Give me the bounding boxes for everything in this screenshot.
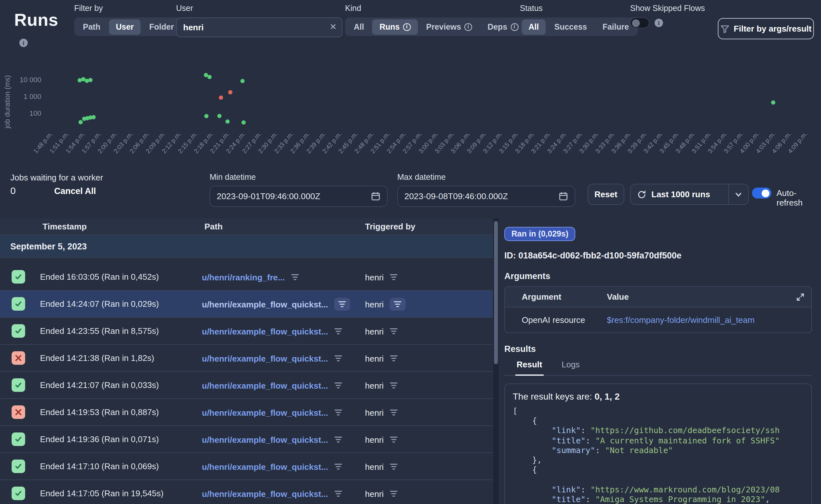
run-id: ID: 018a654c-d062-fbb2-d100-59fa70df500e xyxy=(504,251,812,260)
run-triggered-by: henri xyxy=(365,408,384,417)
run-dot-failure[interactable] xyxy=(228,90,232,94)
filter-by-user-icon[interactable] xyxy=(389,327,398,335)
filter-by-user-icon[interactable] xyxy=(389,273,398,281)
filter-by-option-folder[interactable]: Folder xyxy=(142,19,181,34)
clear-icon[interactable]: ✕ xyxy=(329,22,337,32)
filter-by-user-icon[interactable] xyxy=(389,298,405,311)
chevron-down-icon[interactable] xyxy=(729,190,748,198)
table-row[interactable]: Ended 14:21:38 (Ran in 1,82s)u/henri/exa… xyxy=(0,345,493,372)
run-timestamp: Ended 16:03:05 (Ran in 0,452s) xyxy=(40,272,159,282)
result-intro: The result keys are: 0, 1, 2 xyxy=(513,391,804,402)
filter-by-path-icon[interactable] xyxy=(334,490,342,498)
kind-option-previews[interactable]: Previewsi xyxy=(419,19,479,34)
run-path-link[interactable]: u/henri/example_flow_quickst... xyxy=(202,435,328,444)
run-path-link[interactable]: u/henri/example_flow_quickst... xyxy=(202,408,328,417)
filter-by-user-icon[interactable] xyxy=(389,354,398,362)
expand-icon[interactable] xyxy=(796,292,805,301)
status-option-all[interactable]: All xyxy=(522,19,546,34)
run-dot-success[interactable] xyxy=(240,79,244,83)
filter-by-path-icon[interactable] xyxy=(334,327,342,335)
run-dot-success[interactable] xyxy=(85,79,89,83)
filter-by-path-icon[interactable] xyxy=(334,382,342,389)
status-option-success[interactable]: Success xyxy=(547,19,594,34)
status-option-label: Success xyxy=(554,22,587,31)
table-scrollbar-thumb[interactable] xyxy=(494,221,498,364)
info-icon[interactable]: i xyxy=(464,23,472,31)
filter-by-user-icon[interactable] xyxy=(389,490,398,498)
table-scrollbar[interactable] xyxy=(494,218,499,504)
refresh-icon xyxy=(637,190,646,199)
table-row[interactable]: Ended 14:19:36 (Ran in 0,071s)u/henri/ex… xyxy=(0,426,493,453)
filter-by-path-icon[interactable] xyxy=(290,273,299,281)
runs-info-icon[interactable]: i xyxy=(19,39,28,47)
run-dot-success[interactable] xyxy=(92,115,96,119)
table-row[interactable]: Ended 14:23:55 (Ran in 8,575s)u/henri/ex… xyxy=(0,318,493,345)
filter-by-args-button[interactable]: Filter by args/result xyxy=(718,18,814,39)
table-row[interactable]: Ended 14:17:05 (Ran in 19,545s)u/henri/e… xyxy=(0,480,493,504)
info-icon[interactable]: i xyxy=(511,23,518,31)
run-dot-success[interactable] xyxy=(217,114,221,118)
filter-by-option-path[interactable]: Path xyxy=(76,19,107,34)
table-row[interactable]: Ended 14:24:07 (Ran in 0,029s)u/henri/ex… xyxy=(0,291,493,318)
show-skipped-info-icon[interactable]: i xyxy=(655,19,663,27)
filter-by-path-icon[interactable] xyxy=(334,409,342,416)
table-row[interactable]: Ended 14:17:10 (Ran in 0,069s)u/henri/ex… xyxy=(0,453,493,480)
status-segment: AllSuccessFailure xyxy=(520,17,638,36)
run-dot-success[interactable] xyxy=(88,78,93,82)
filter-by-path-icon[interactable] xyxy=(334,436,342,443)
kind-option-label: Previews xyxy=(426,22,461,31)
max-datetime-input[interactable]: 2023-09-08T09:46:00.000Z xyxy=(397,186,575,207)
calendar-icon[interactable] xyxy=(559,191,568,201)
filter-by-user-icon[interactable] xyxy=(389,463,398,470)
run-path-link[interactable]: u/henri/example_flow_quickst... xyxy=(202,299,328,309)
run-path-link[interactable]: u/henri/example_flow_quickst... xyxy=(202,489,328,499)
min-datetime-input[interactable]: 2023-09-01T09:46:00.000Z xyxy=(210,186,387,207)
run-timestamp: Ended 14:21:07 (Ran in 0,033s) xyxy=(40,380,159,390)
calendar-icon[interactable] xyxy=(371,191,380,201)
run-path-link[interactable]: u/henri/ranking_fre... xyxy=(202,272,285,282)
filter-by-path-icon[interactable] xyxy=(334,298,350,311)
run-dot-success[interactable] xyxy=(204,73,208,77)
auto-refresh-toggle[interactable] xyxy=(752,188,771,199)
info-icon[interactable]: i xyxy=(403,23,410,31)
run-path-link[interactable]: u/henri/example_flow_quickst... xyxy=(202,354,328,363)
run-detail-panel: Ran in (0,029s) ID: 018a654c-d062-fbb2-d… xyxy=(504,218,812,504)
table-row[interactable]: Ended 16:03:05 (Ran in 0,452s)u/henri/ra… xyxy=(0,264,493,291)
arguments-table: Argument Value OpenAI resource $res:f/co… xyxy=(504,286,812,333)
table-row[interactable]: Ended 14:19:53 (Ran in 0,887s)u/henri/ex… xyxy=(0,399,493,426)
run-dot-success[interactable] xyxy=(225,119,230,123)
table-row[interactable]: Ended 14:21:07 (Ran in 0,033s)u/henri/ex… xyxy=(0,372,493,399)
run-dot-success[interactable] xyxy=(204,114,208,118)
run-dot-success[interactable] xyxy=(78,120,83,124)
last-runs-select[interactable]: Last 1000 runs xyxy=(630,184,749,205)
min-datetime-value: 2023-09-01T09:46:00.000Z xyxy=(217,191,320,201)
max-datetime-value: 2023-09-08T09:46:00.000Z xyxy=(404,191,508,201)
filter-by-user-icon[interactable] xyxy=(389,436,398,443)
run-dot-success[interactable] xyxy=(207,75,211,79)
filter-by-user-icon[interactable] xyxy=(389,382,398,389)
argument-value-link[interactable]: $res:f/company-folder/windmill_ai_team xyxy=(607,315,811,325)
run-path-link[interactable]: u/henri/example_flow_quickst... xyxy=(202,462,328,471)
kind-option-runs[interactable]: Runsi xyxy=(372,19,418,34)
kind-option-all[interactable]: All xyxy=(347,19,371,34)
kind-option-deps[interactable]: Depsi xyxy=(481,19,525,34)
user-filter-input[interactable] xyxy=(176,17,342,37)
filter-by-user-icon[interactable] xyxy=(389,409,398,416)
run-dot-success[interactable] xyxy=(78,78,82,82)
run-dot-success[interactable] xyxy=(771,100,775,104)
tab-result[interactable]: Result xyxy=(515,359,543,376)
run-path-link[interactable]: u/henri/example_flow_quickst... xyxy=(202,381,328,390)
show-skipped-toggle[interactable] xyxy=(630,17,650,28)
reset-button[interactable]: Reset xyxy=(588,184,624,205)
filter-by-path-icon[interactable] xyxy=(334,463,342,470)
filter-by-option-user[interactable]: User xyxy=(109,19,141,34)
cancel-all-button[interactable]: Cancel All xyxy=(54,186,96,196)
run-dot-failure[interactable] xyxy=(219,95,223,100)
filter-by-path-icon[interactable] xyxy=(334,354,342,362)
duration-scatter-chart[interactable]: job duration (ms)10 0001 0001001:48 p.m.… xyxy=(0,59,821,173)
y-axis-label: job duration (ms) xyxy=(3,75,11,129)
filter-by-segment: PathUserFolder xyxy=(74,17,182,36)
tab-logs[interactable]: Logs xyxy=(560,359,581,375)
run-path-link[interactable]: u/henri/example_flow_quickst... xyxy=(202,326,328,336)
run-dot-success[interactable] xyxy=(241,120,246,124)
